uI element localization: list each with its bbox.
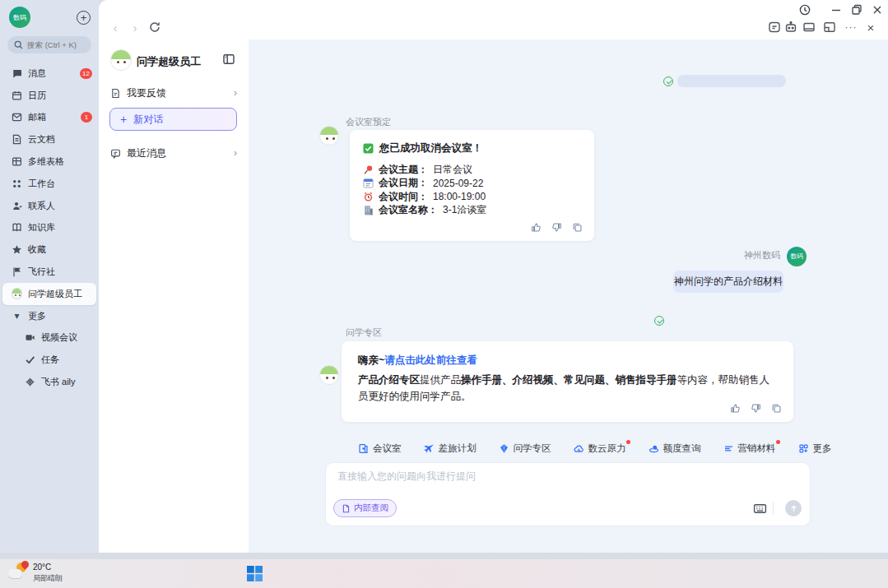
sidebar-item-label: 视频会议 (41, 331, 77, 344)
read-receipt-icon (663, 76, 673, 86)
sidebar-item-contacts[interactable]: 联系人 (0, 195, 99, 217)
sidebar-item-calendar[interactable]: 日历 (0, 85, 99, 107)
sidebar-item-mail[interactable]: 邮箱 1 (0, 107, 99, 129)
body-bold: 产品介绍专区 (358, 374, 420, 386)
internal-lookup-pill[interactable]: 内部查阅 (333, 499, 397, 517)
open-in-panel-icon[interactable] (823, 21, 836, 34)
thumbs-up-icon[interactable] (730, 403, 741, 414)
recent-label: 最近消息 (127, 146, 166, 160)
bot-avatar[interactable] (319, 126, 339, 146)
card-view-icon[interactable] (802, 21, 816, 34)
refresh-icon[interactable] (148, 21, 161, 34)
document-icon (12, 134, 22, 145)
caret-down-icon: ▾ (12, 311, 22, 322)
notification-dot (776, 440, 780, 444)
copy-icon[interactable] (572, 222, 583, 233)
room-icon (358, 443, 369, 454)
new-chat-button[interactable]: + 新对话 (109, 108, 237, 131)
chat-settings-icon[interactable] (768, 21, 781, 34)
thumbs-down-icon[interactable] (751, 403, 761, 414)
sidebar-item-label: 日历 (28, 90, 46, 102)
user-avatar[interactable]: 数码 (9, 7, 30, 28)
zone-card: 嗨亲~请点击此处前往查看 产品介绍专区提供产品操作手册、介绍视频、常见问题、销售… (342, 341, 793, 422)
thumbs-up-icon[interactable] (531, 222, 542, 233)
book-icon (12, 222, 22, 233)
meeting-field: 会议主题：日常会议 (363, 163, 581, 176)
app-sidebar: 数码 + 消息 12 日历 邮箱 1 (0, 0, 99, 553)
quick-action-wenxue-zone[interactable]: 问学专区 (499, 442, 551, 455)
sidebar-item-knowledge[interactable]: 知识库 (0, 217, 99, 239)
sidebar-item-flight-club[interactable]: 飞行社 (0, 261, 99, 283)
sidebar-item-workbench[interactable]: 工作台 (0, 173, 99, 195)
weather-icon[interactable] (8, 563, 30, 584)
close-window-icon[interactable] (871, 3, 884, 16)
sidebar-item-label: 飞书 aily (41, 376, 76, 388)
alarm-icon (363, 192, 374, 202)
quick-action-quota[interactable]: 额度查询 (649, 442, 701, 455)
recent-messages-item[interactable]: 最近消息 › (110, 145, 237, 161)
sidebar-item-label: 问学超级员工 (28, 288, 82, 300)
pin-icon (363, 164, 374, 175)
sidebar-item-messages[interactable]: 消息 12 (0, 63, 99, 85)
sidebar-item-label: 云文档 (28, 133, 55, 146)
quick-action-marketing[interactable]: 营销材料 (723, 442, 776, 455)
quick-action-more[interactable]: 更多 (798, 442, 832, 455)
weather-temp: 20°C (33, 563, 51, 572)
bot-avatar[interactable] (319, 365, 339, 385)
sidebar-item-label: 工作台 (28, 178, 55, 190)
chevron-right-icon: › (234, 147, 237, 159)
history-icon[interactable] (798, 3, 811, 16)
user-message-bubble: 神州问学的产品介绍材料 (673, 271, 783, 293)
forward-icon[interactable]: › (128, 21, 142, 34)
back-icon[interactable]: ‹ (109, 21, 122, 34)
panel-title: 问学超级员工 (137, 54, 201, 69)
sidebar-item-favorites[interactable]: 收藏 (0, 238, 99, 261)
bot-avatar (110, 49, 132, 71)
apps-icon (798, 443, 809, 454)
greeting-text: 嗨亲~ (358, 354, 384, 366)
zone-link[interactable]: 请点击此处前往查看 (384, 354, 477, 366)
robot-icon[interactable] (784, 21, 797, 34)
read-receipt-icon (654, 316, 664, 326)
restore-icon[interactable] (850, 3, 863, 16)
global-search[interactable] (7, 36, 91, 53)
search-input[interactable] (27, 40, 93, 49)
minimize-icon[interactable] (830, 3, 843, 16)
meeting-field: 会议时间：18:00-19:00 (363, 190, 581, 203)
gear-icon (25, 377, 35, 387)
sidebar-item-label: 联系人 (28, 200, 55, 212)
thumbs-down-icon[interactable] (551, 222, 562, 233)
quick-action-meeting-room[interactable]: 会议室 (358, 442, 402, 455)
message-sender: 会议室预定 (346, 116, 391, 128)
close-chat-icon[interactable]: × (864, 21, 877, 34)
sidebar-item-tasks[interactable]: 任务 (0, 349, 99, 371)
calendar-icon (12, 90, 22, 101)
sidebar-item-more[interactable]: ▾ 更多 (0, 305, 99, 327)
new-chat-label: 新对话 (133, 113, 163, 127)
sidebar-item-video-meeting[interactable]: 视频会议 (0, 327, 99, 350)
feedback-item[interactable]: 我要反馈 › (110, 85, 237, 101)
copy-icon[interactable] (771, 403, 782, 414)
start-button-icon[interactable] (247, 566, 263, 581)
send-button[interactable] (785, 500, 802, 516)
quick-action-bar: 会议室 差旅计划 问学专区 数云原力 额度查询 (358, 442, 761, 455)
chevron-right-icon: › (234, 87, 237, 99)
more-icon[interactable]: ··· (844, 21, 858, 34)
message-input[interactable] (337, 470, 683, 482)
quick-action-shuyun[interactable]: 数云原力 (574, 442, 626, 455)
quick-action-travel-plan[interactable]: 差旅计划 (424, 442, 477, 455)
sidebar-item-aily[interactable]: 飞书 aily (0, 371, 99, 393)
panel-toggle-icon[interactable] (222, 53, 235, 66)
add-button[interactable]: + (77, 11, 91, 25)
bot-panel: 问学超级员工 我要反馈 › + 新对话 最近消息 › (99, 39, 249, 553)
keyboard-icon[interactable] (753, 502, 767, 516)
sidebar-item-base[interactable]: 多维表格 (0, 150, 99, 173)
feedback-label: 我要反馈 (127, 86, 166, 100)
divider (773, 502, 774, 515)
gem-icon (499, 443, 509, 454)
cloud-icon (574, 443, 584, 454)
notification-dot (626, 440, 630, 444)
sidebar-item-wenxue-bot[interactable]: 问学超级员工 (2, 283, 96, 305)
user-avatar[interactable]: 数码 (787, 247, 807, 266)
sidebar-item-docs[interactable]: 云文档 (0, 128, 99, 150)
